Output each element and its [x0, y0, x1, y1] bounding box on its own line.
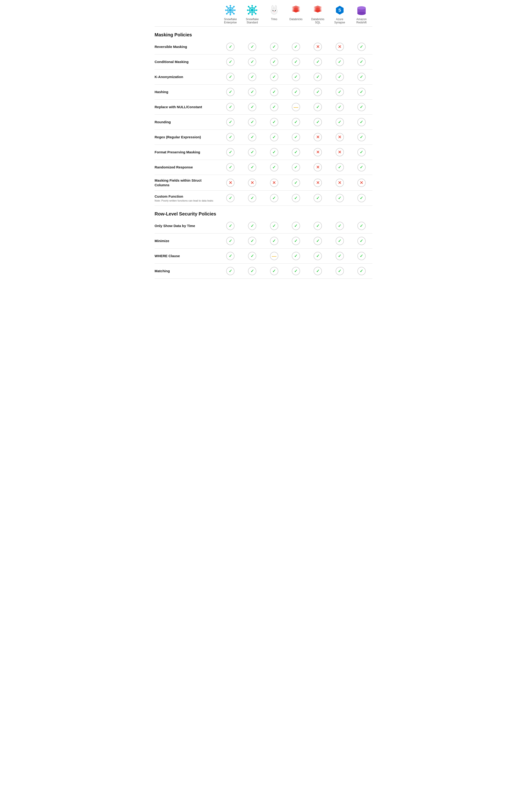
value-cell-6: ✓ — [351, 222, 372, 230]
feature-col: Reversible Masking — [155, 44, 219, 49]
value-cell-0: ✓ — [219, 148, 241, 156]
value-cell-4: ✕ — [307, 163, 329, 171]
value-cell-6: ✓ — [351, 148, 372, 156]
check-icon: ✓ — [314, 118, 322, 126]
check-icon: ✓ — [270, 73, 278, 81]
feature-col: Custom FunctionNote: Poorly written func… — [155, 194, 219, 202]
value-cell-5: ✓ — [329, 194, 351, 202]
table-rows-1: Only Show Data by Time✓✓✓✓✓✓✓Minimize✓✓✓… — [155, 218, 372, 279]
svg-point-4 — [229, 9, 231, 11]
redshift-icon — [356, 5, 367, 16]
table-row: Reversible Masking✓✓✓✓✕✕✓ — [155, 39, 372, 55]
header-col-databricks: Databricks — [285, 5, 307, 24]
values-cols: ✓✓✓✓✓✓✓ — [219, 88, 372, 96]
svg-point-12 — [226, 13, 228, 15]
feature-name: Custom Function — [155, 194, 216, 199]
value-cell-4: ✓ — [307, 237, 329, 245]
check-icon: ✓ — [270, 148, 278, 156]
check-icon: ✓ — [292, 133, 300, 141]
check-icon: ✓ — [248, 222, 256, 230]
svg-point-11 — [233, 6, 235, 8]
check-icon: ✓ — [357, 43, 366, 51]
check-icon: ✓ — [292, 118, 300, 126]
check-icon: ✓ — [357, 194, 366, 202]
check-icon: ✓ — [357, 222, 366, 230]
snowflake-teal-icon — [246, 5, 258, 16]
check-icon: ✓ — [270, 43, 278, 51]
value-cell-6: ✓ — [351, 103, 372, 111]
check-icon: ✓ — [314, 58, 322, 66]
table-row: Custom FunctionNote: Poorly written func… — [155, 191, 372, 206]
value-cell-2: ✓ — [263, 133, 285, 141]
value-cell-3: ✓ — [285, 163, 307, 171]
values-cols: ✓✓✓✓✓✓✓ — [219, 194, 372, 202]
svg-marker-45 — [314, 9, 322, 13]
check-icon: ✓ — [248, 103, 256, 111]
value-cell-2: ✓ — [263, 43, 285, 51]
check-icon: ✓ — [248, 118, 256, 126]
value-cell-3: ✓ — [285, 252, 307, 260]
value-cell-6: ✓ — [351, 118, 372, 126]
value-cell-5: ✓ — [329, 58, 351, 66]
feature-name: Minimize — [155, 238, 216, 243]
check-icon: ✓ — [226, 133, 234, 141]
header-col-azure_synapse: SAzure Synapse — [329, 5, 351, 24]
svg-point-36 — [275, 5, 277, 10]
azure-icon: S — [334, 5, 345, 16]
check-icon: ✓ — [248, 88, 256, 96]
value-cell-0: ✓ — [219, 43, 241, 51]
value-cell-5: ✓ — [329, 88, 351, 96]
svg-point-5 — [230, 5, 231, 6]
value-cell-2: ✓ — [263, 118, 285, 126]
table-row: Only Show Data by Time✓✓✓✓✓✓✓ — [155, 218, 372, 233]
check-icon: ✓ — [336, 222, 344, 230]
table-row: K-Anonymization✓✓✓✓✓✓✓ — [155, 70, 372, 85]
feature-name: WHERE Clause — [155, 254, 216, 258]
check-icon: ✓ — [226, 148, 234, 156]
svg-point-37 — [272, 10, 273, 11]
check-icon: ✓ — [248, 194, 256, 202]
value-cell-5: ✓ — [329, 237, 351, 245]
check-icon: ✓ — [248, 252, 256, 260]
feature-col: Regex (Regular Expression) — [155, 135, 219, 140]
feature-col: Randomized Response — [155, 165, 219, 170]
feature-name: Randomized Response — [155, 165, 216, 170]
value-cell-4: ✕ — [307, 148, 329, 156]
cross-icon: ✕ — [336, 43, 344, 51]
check-icon: ✓ — [314, 252, 322, 260]
databricks-icon — [312, 5, 323, 16]
check-icon: ✓ — [357, 103, 366, 111]
value-cell-2: ✓ — [263, 222, 285, 230]
feature-col: WHERE Clause — [155, 254, 219, 258]
value-cell-3: ✓ — [285, 222, 307, 230]
section-title-0: Masking Policies — [155, 27, 372, 39]
svg-point-29 — [248, 13, 250, 15]
check-icon: ✓ — [248, 58, 256, 66]
values-cols: ✓✓—✓✓✓✓ — [219, 252, 372, 260]
svg-point-28 — [255, 6, 257, 8]
value-cell-1: ✓ — [241, 118, 263, 126]
cross-icon: ✕ — [357, 179, 366, 187]
value-cell-2: ✓ — [263, 73, 285, 81]
value-cell-2: ✓ — [263, 267, 285, 275]
table-rows-0: Reversible Masking✓✓✓✓✕✕✓Conditional Mas… — [155, 39, 372, 206]
value-cell-6: ✓ — [351, 88, 372, 96]
check-icon: ✓ — [270, 237, 278, 245]
table-row: Masking Fields within Struct Columns✕✕✕✓… — [155, 175, 372, 191]
header-col-databricks_sql: Databricks SQL — [307, 5, 329, 24]
value-cell-6: ✓ — [351, 43, 372, 51]
check-icon: ✓ — [357, 118, 366, 126]
check-icon: ✓ — [357, 267, 366, 275]
value-cell-0: ✓ — [219, 163, 241, 171]
header-col-label-azure_synapse: Azure Synapse — [334, 18, 345, 24]
value-cell-2: ✓ — [263, 194, 285, 202]
check-icon: ✓ — [226, 43, 234, 51]
svg-point-49 — [357, 6, 366, 10]
value-cell-3: ✓ — [285, 179, 307, 187]
check-icon: ✓ — [292, 88, 300, 96]
value-cell-4: ✓ — [307, 103, 329, 111]
cross-icon: ✕ — [314, 148, 322, 156]
cross-icon: ✕ — [336, 133, 344, 141]
value-cell-1: ✓ — [241, 194, 263, 202]
table-row: Replace with NULL/Constant✓✓✓—✓✓✓ — [155, 100, 372, 115]
